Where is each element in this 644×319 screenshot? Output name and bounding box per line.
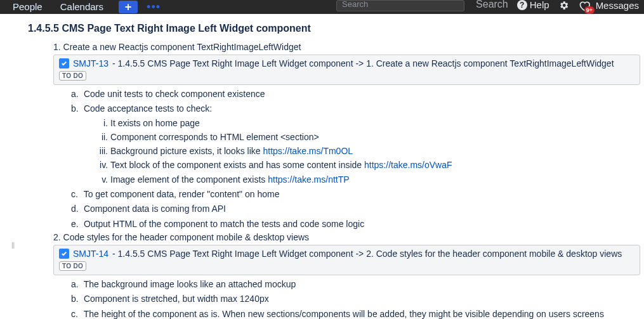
label-ii: ii.	[96, 131, 108, 143]
task-item-2: 2. Code styles for the header component …	[53, 232, 640, 319]
search-input[interactable]: Search	[336, 0, 464, 11]
section-heading: 1.4.5.5 CMS Page Text Right Image Left W…	[28, 23, 640, 34]
help-button[interactable]: ? Help	[517, 0, 549, 10]
nav-calendars[interactable]: Calendars	[53, 3, 111, 11]
topbar-right: Search ? Help 9+ Messages	[476, 0, 639, 14]
top-navigation-bar: People Calendars + ••• Search Search ? H…	[0, 0, 644, 14]
more-menu-button[interactable]: •••	[147, 3, 161, 11]
task-2-b: Component is stretched, but width max 12…	[84, 294, 269, 304]
task-2-a: The background image looks like an attac…	[84, 279, 296, 289]
task-list: 1. Create a new Reactjs component TextRi…	[28, 42, 640, 319]
jira-task-type-icon	[59, 249, 69, 259]
label-e: e.	[71, 218, 81, 230]
label-c: c.	[71, 308, 81, 319]
nav-people[interactable]: People	[5, 3, 50, 11]
label-d: d.	[71, 202, 81, 215]
task-1-b-iv: Text block of the component exists and h…	[110, 160, 364, 170]
create-button[interactable]: +	[119, 1, 138, 13]
label-iii: iii.	[96, 145, 108, 157]
task-1-a: Code unit tests to check component exist…	[84, 89, 265, 99]
task-1-title: Create a new Reactjs component TextRight…	[63, 42, 301, 52]
task-1-d: Component data is coming from API	[84, 204, 226, 214]
label-v: v.	[96, 173, 108, 186]
topbar-left: People Calendars + •••	[5, 0, 161, 14]
messages-badge: 9+	[584, 6, 595, 14]
label-i: i.	[96, 117, 108, 129]
link-ovwaf[interactable]: https://take.ms/oVwaF	[364, 160, 452, 170]
jira-task-type-icon	[59, 58, 69, 68]
link-ntttp[interactable]: https://take.ms/nttTP	[268, 174, 349, 185]
task-2-title: Code styles for the header component mob…	[63, 232, 310, 242]
label-b: b.	[71, 292, 81, 305]
label-iv: iv.	[96, 159, 108, 171]
content-area: 1.4.5.5 CMS Page Text Right Image Left W…	[22, 23, 644, 319]
settings-gear-icon[interactable]	[558, 0, 569, 12]
task-1-b: Code acceptance tests to check:	[84, 103, 212, 114]
jira-summary: - 1.4.5.5 CMS Page Text Right Image Left…	[112, 58, 614, 68]
search-placeholder: Search	[342, 1, 368, 8]
help-label: Help	[530, 1, 549, 10]
label-c: c.	[71, 188, 81, 200]
task-1-e: Output HTML of the component to match th…	[84, 219, 364, 229]
task-item-1: 1. Create a new Reactjs component TextRi…	[53, 42, 640, 230]
left-gutter-handle[interactable]: ||	[11, 23, 22, 319]
jira-summary: - 1.4.5.5 CMS Page Text Right Image Left…	[112, 249, 622, 259]
page-body: || 1.4.5.5 CMS Page Text Right Image Lef…	[0, 14, 644, 319]
task-1-sublist: a. Code unit tests to check component ex…	[53, 88, 640, 230]
task-1-number: 1.	[53, 42, 61, 52]
task-1-b-list: i.It exists on home page ii.Component co…	[71, 117, 640, 186]
status-lozenge: TO DO	[59, 261, 86, 271]
jira-issue-smjt-14[interactable]: SMJT-14 - 1.4.5.5 CMS Page Text Right Im…	[53, 245, 640, 275]
jira-issue-smjt-13[interactable]: SMJT-13 - 1.4.5.5 CMS Page Text Right Im…	[53, 55, 640, 85]
link-tm0ol[interactable]: https://take.ms/Tm0OL	[263, 146, 353, 156]
task-1-c: To get component data, render "content" …	[84, 189, 280, 199]
label-a: a.	[71, 278, 81, 290]
task-2-c: The height of the component as is. When …	[84, 309, 604, 319]
task-1-b-iii: Background picture exists, it looks like	[110, 146, 263, 156]
help-icon: ?	[517, 0, 527, 10]
task-1-b-i: It exists on home page	[110, 118, 200, 128]
task-1-b-v: Image element of the component exists	[110, 174, 268, 185]
search-link[interactable]: Search	[476, 0, 508, 9]
jira-key-link[interactable]: SMJT-14	[73, 249, 108, 259]
task-1-b-ii: Component corresponds to HTML element <s…	[110, 132, 319, 142]
messages-label: Messages	[596, 1, 639, 10]
label-a: a.	[71, 88, 81, 100]
task-2-sublist: a. The background image looks like an at…	[53, 278, 640, 319]
task-2-number: 2.	[53, 232, 61, 242]
messages-button[interactable]: 9+ Messages	[578, 0, 639, 11]
label-b: b.	[71, 102, 81, 115]
jira-key-link[interactable]: SMJT-13	[73, 58, 108, 68]
status-lozenge: TO DO	[59, 71, 86, 81]
